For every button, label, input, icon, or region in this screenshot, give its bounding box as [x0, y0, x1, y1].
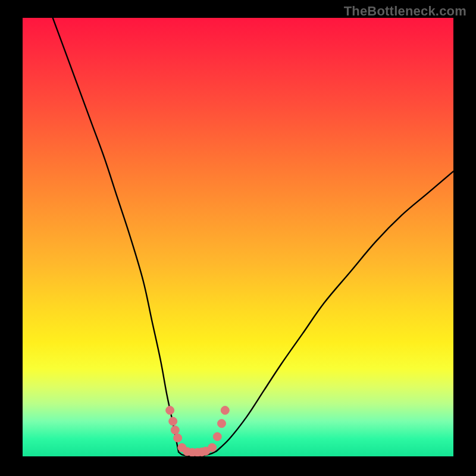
curve-right-branch: [217, 171, 453, 451]
data-point: [217, 419, 226, 428]
watermark-text: TheBottleneck.com: [344, 4, 466, 19]
plot-area: [23, 18, 453, 456]
curve-left-branch: [53, 18, 178, 452]
data-point: [208, 443, 217, 452]
data-point: [174, 434, 182, 442]
data-point: [166, 406, 174, 415]
data-point: [171, 426, 179, 434]
chart-frame: TheBottleneck.com: [0, 0, 476, 476]
data-point: [213, 433, 221, 441]
curve-layer: [23, 18, 453, 456]
data-point: [169, 417, 177, 425]
data-point: [221, 406, 229, 415]
